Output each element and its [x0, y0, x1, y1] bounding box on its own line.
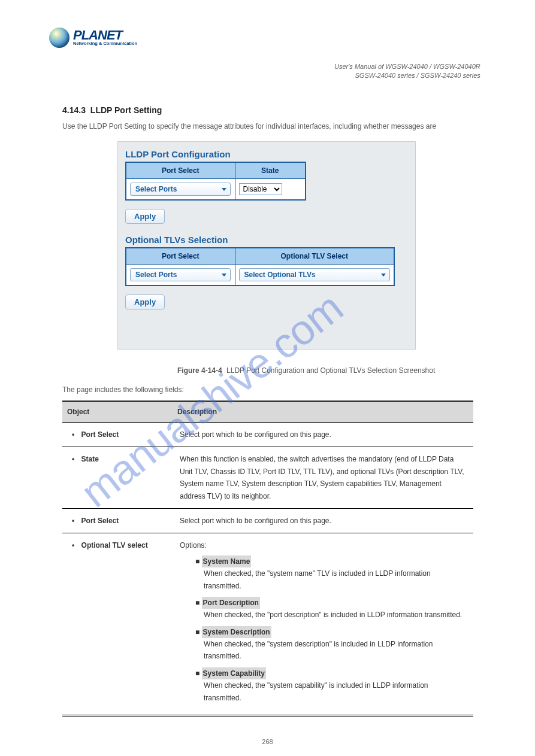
manual-title: User's Manual of WGSW-24040 / WGSW-24040…: [334, 62, 480, 71]
port-select-header: Port Select: [126, 162, 235, 179]
chevron-down-icon: [381, 274, 386, 277]
list-item: ■ System Description When checked, the "…: [195, 626, 466, 663]
table-intro: The page includes the following fields:: [62, 385, 184, 394]
list-item: ■ System Name When checked, the "system …: [195, 555, 466, 592]
logo-tagline: Networking & Communication: [73, 41, 137, 46]
manual-header: User's Manual of WGSW-24040 / WGSW-24040…: [334, 62, 480, 81]
col-description: Description: [173, 401, 473, 423]
optional-tlvs-title: Optional TLVs Selection: [125, 235, 408, 245]
logo-name: PLANET: [73, 29, 137, 41]
table-row: • Port Select Select port which to be co…: [62, 508, 473, 533]
list-item: ■ Port Description When checked, the "po…: [195, 597, 466, 621]
state-select[interactable]: Disable: [239, 183, 282, 195]
port-select-header-2: Port Select: [126, 248, 235, 265]
product-line: SGSW-24040 series / SGSW-24240 series: [334, 71, 480, 80]
port-select-label: Select Ports: [135, 185, 177, 193]
col-object: Object: [62, 401, 173, 423]
optional-tlv-header: Optional TLV Select: [235, 248, 394, 265]
port-select-dropdown-2[interactable]: Select Ports: [130, 268, 231, 281]
optional-tlvs-table: Port Select Optional TLV Select Select P…: [125, 247, 395, 286]
section-intro: Use the LLDP Port Setting to specify the…: [62, 122, 436, 130]
lldp-port-config-table: Port Select State Select Ports Disable: [125, 162, 306, 201]
state-header: State: [235, 162, 306, 179]
optional-tlv-label: Select Optional TLVs: [244, 271, 316, 279]
section-heading: 4.14.3 LLDP Port Setting: [62, 105, 162, 115]
lldp-config-panel: LLDP Port Configuration Port Select Stat…: [117, 141, 416, 350]
port-select-label-2: Select Ports: [135, 271, 177, 279]
table-row: • State When this function is enabled, t…: [62, 447, 473, 509]
apply-button-top[interactable]: Apply: [125, 209, 165, 224]
logo-text: PLANET Networking & Communication: [73, 29, 137, 47]
brand-logo: PLANET Networking & Communication: [49, 28, 137, 48]
chevron-down-icon: [222, 274, 226, 277]
field-description-table: Object Description • Port Select Select …: [62, 400, 473, 716]
figure-caption: Figure 4-14-4 LLDP Port Configuration an…: [177, 366, 435, 375]
lldp-port-config-title: LLDP Port Configuration: [125, 149, 408, 159]
chevron-down-icon: [222, 188, 226, 191]
list-item: ■ System Capability When checked, the "s…: [195, 667, 466, 704]
page-number: 268: [0, 738, 535, 745]
table-row: • Optional TLV select Options: ■ System …: [62, 533, 473, 716]
apply-button-bottom[interactable]: Apply: [125, 294, 165, 309]
port-select-dropdown[interactable]: Select Ports: [130, 183, 231, 196]
globe-icon: [49, 28, 69, 48]
optional-tlv-dropdown[interactable]: Select Optional TLVs: [239, 268, 390, 281]
table-row: • Port Select Select port which to be co…: [62, 423, 473, 447]
